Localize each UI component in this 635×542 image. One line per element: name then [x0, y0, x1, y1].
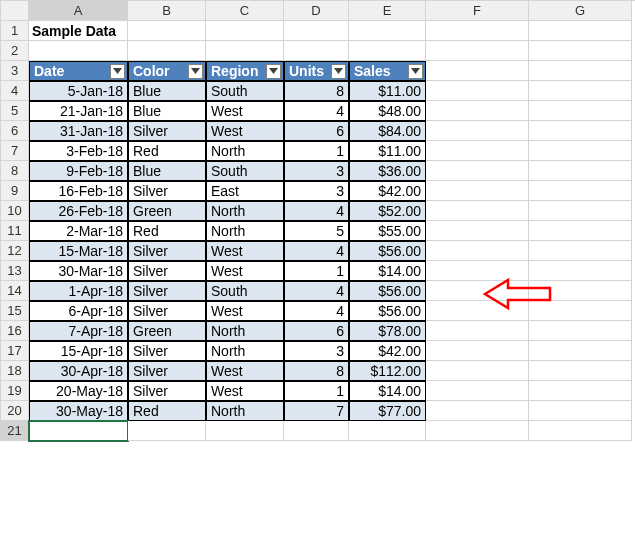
table-cell-date[interactable]: 16-Feb-18 [29, 181, 128, 201]
row-header-21[interactable]: 21 [1, 421, 29, 441]
table-cell-sales[interactable]: $11.00 [349, 81, 426, 101]
filter-dropdown-icon[interactable] [188, 64, 203, 79]
table-cell-region[interactable]: South [206, 161, 284, 181]
table-cell-color[interactable]: Silver [128, 121, 206, 141]
table-cell-sales[interactable]: $78.00 [349, 321, 426, 341]
cell-B21[interactable] [128, 421, 206, 441]
table-cell-date[interactable]: 15-Mar-18 [29, 241, 128, 261]
table-cell-color[interactable]: Blue [128, 101, 206, 121]
table-cell-units[interactable]: 4 [284, 241, 349, 261]
cell-G6[interactable] [529, 121, 632, 141]
table-cell-date[interactable]: 1-Apr-18 [29, 281, 128, 301]
col-header-C[interactable]: C [206, 1, 284, 21]
table-cell-date[interactable]: 31-Jan-18 [29, 121, 128, 141]
cell-F9[interactable] [426, 181, 529, 201]
table-cell-date[interactable]: 15-Apr-18 [29, 341, 128, 361]
table-cell-date[interactable]: 2-Mar-18 [29, 221, 128, 241]
row-header-5[interactable]: 5 [1, 101, 29, 121]
table-cell-region[interactable]: North [206, 141, 284, 161]
table-cell-region[interactable]: West [206, 121, 284, 141]
table-cell-date[interactable]: 5-Jan-18 [29, 81, 128, 101]
table-cell-sales[interactable]: $52.00 [349, 201, 426, 221]
cell-F19[interactable] [426, 381, 529, 401]
cell-F6[interactable] [426, 121, 529, 141]
table-cell-date[interactable]: 20-May-18 [29, 381, 128, 401]
cell-F17[interactable] [426, 341, 529, 361]
cell-B1[interactable] [128, 21, 206, 41]
cell-A2[interactable] [29, 41, 128, 61]
cell-F18[interactable] [426, 361, 529, 381]
table-header-date[interactable]: Date [29, 61, 128, 81]
cell-G15[interactable] [529, 301, 632, 321]
table-cell-units[interactable]: 3 [284, 341, 349, 361]
table-cell-units[interactable]: 8 [284, 361, 349, 381]
row-header-1[interactable]: 1 [1, 21, 29, 41]
cell-G11[interactable] [529, 221, 632, 241]
table-cell-region[interactable]: West [206, 261, 284, 281]
cell-G19[interactable] [529, 381, 632, 401]
table-cell-color[interactable]: Silver [128, 341, 206, 361]
row-header-12[interactable]: 12 [1, 241, 29, 261]
table-cell-units[interactable]: 8 [284, 81, 349, 101]
filter-dropdown-icon[interactable] [110, 64, 125, 79]
cell-G9[interactable] [529, 181, 632, 201]
table-cell-sales[interactable]: $56.00 [349, 281, 426, 301]
table-cell-color[interactable]: Red [128, 141, 206, 161]
cell-D2[interactable] [284, 41, 349, 61]
table-header-sales[interactable]: Sales [349, 61, 426, 81]
row-header-13[interactable]: 13 [1, 261, 29, 281]
table-cell-date[interactable]: 30-May-18 [29, 401, 128, 421]
cell-C21[interactable] [206, 421, 284, 441]
cell-B2[interactable] [128, 41, 206, 61]
col-header-F[interactable]: F [426, 1, 529, 21]
table-cell-region[interactable]: South [206, 81, 284, 101]
cell-C2[interactable] [206, 41, 284, 61]
cell-F2[interactable] [426, 41, 529, 61]
cell-F4[interactable] [426, 81, 529, 101]
cell-E1[interactable] [349, 21, 426, 41]
cell-F5[interactable] [426, 101, 529, 121]
table-cell-region[interactable]: West [206, 361, 284, 381]
row-header-4[interactable]: 4 [1, 81, 29, 101]
table-cell-units[interactable]: 7 [284, 401, 349, 421]
table-cell-region[interactable]: North [206, 341, 284, 361]
table-header-color[interactable]: Color [128, 61, 206, 81]
row-header-7[interactable]: 7 [1, 141, 29, 161]
cell-G12[interactable] [529, 241, 632, 261]
cell-A21[interactable] [29, 421, 128, 441]
table-cell-sales[interactable]: $42.00 [349, 181, 426, 201]
table-cell-color[interactable]: Silver [128, 241, 206, 261]
cell-F21[interactable] [426, 421, 529, 441]
row-header-10[interactable]: 10 [1, 201, 29, 221]
table-cell-date[interactable]: 3-Feb-18 [29, 141, 128, 161]
table-header-units[interactable]: Units [284, 61, 349, 81]
table-cell-sales[interactable]: $48.00 [349, 101, 426, 121]
row-header-20[interactable]: 20 [1, 401, 29, 421]
table-cell-color[interactable]: Silver [128, 301, 206, 321]
cell-E2[interactable] [349, 41, 426, 61]
cell-F10[interactable] [426, 201, 529, 221]
cell-G14[interactable] [529, 281, 632, 301]
cell-F12[interactable] [426, 241, 529, 261]
select-all-corner[interactable] [1, 1, 29, 21]
filter-dropdown-icon[interactable] [266, 64, 281, 79]
table-cell-region[interactable]: South [206, 281, 284, 301]
cell-F15[interactable] [426, 301, 529, 321]
cell-C1[interactable] [206, 21, 284, 41]
table-cell-date[interactable]: 30-Mar-18 [29, 261, 128, 281]
table-cell-region[interactable]: West [206, 301, 284, 321]
table-cell-color[interactable]: Silver [128, 181, 206, 201]
cell-D21[interactable] [284, 421, 349, 441]
table-cell-region[interactable]: North [206, 221, 284, 241]
cell-G16[interactable] [529, 321, 632, 341]
row-header-6[interactable]: 6 [1, 121, 29, 141]
table-cell-date[interactable]: 6-Apr-18 [29, 301, 128, 321]
row-header-9[interactable]: 9 [1, 181, 29, 201]
table-cell-color[interactable]: Blue [128, 161, 206, 181]
table-cell-date[interactable]: 9-Feb-18 [29, 161, 128, 181]
table-cell-units[interactable]: 3 [284, 181, 349, 201]
table-cell-units[interactable]: 6 [284, 121, 349, 141]
cell-F16[interactable] [426, 321, 529, 341]
table-cell-units[interactable]: 4 [284, 301, 349, 321]
row-header-3[interactable]: 3 [1, 61, 29, 81]
